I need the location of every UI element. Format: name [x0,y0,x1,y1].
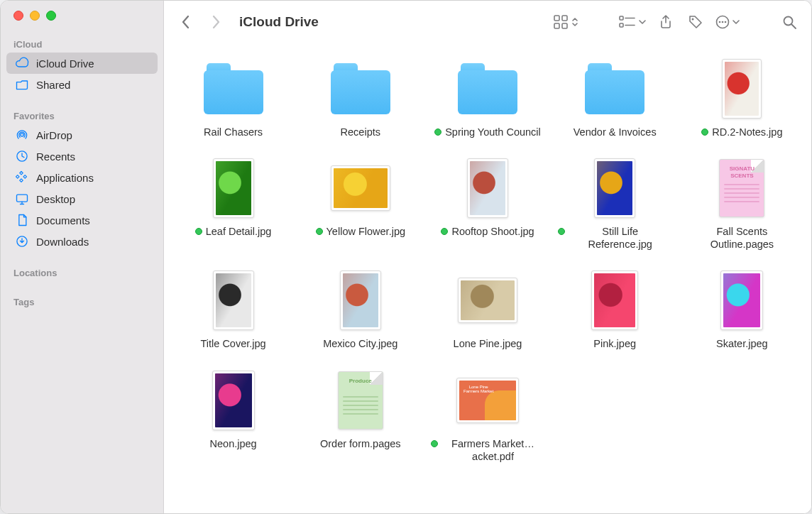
image-thumbnail [467,158,508,218]
pdf-thumbnail: Lone PineFarmers Market [456,378,519,423]
file-item[interactable]: Receipts [297,59,424,138]
sidebar-item-desktop[interactable]: Desktop [6,188,158,209]
file-item[interactable]: Neon.jpeg [170,371,297,463]
svg-point-15 [722,21,724,23]
search-button[interactable] [779,11,800,33]
location-title: iCloud Drive [239,14,319,30]
sidebar-item-label: Desktop [36,193,75,205]
sidebar-section-label: Favorites [1,106,163,124]
file-label: RD.2-Notes.jpg [701,126,782,138]
sidebar-item-label: Recents [36,151,75,163]
sidebar-item-label: Downloads [36,236,89,248]
tag-dot-green [431,440,438,447]
image-thumbnail [213,158,254,218]
file-item[interactable]: Rooftop Shoot.jpg [424,158,551,251]
file-item[interactable]: Spring Youth Council [424,59,551,138]
file-item[interactable]: Still Life Reference.jpg [552,158,679,251]
svg-point-14 [719,21,721,23]
file-label: Farmers Market…acket.pdf [431,437,544,463]
view-switcher[interactable] [553,14,580,30]
sidebar-section-label: Locations [1,263,163,281]
svg-point-16 [725,21,727,23]
image-thumbnail [458,278,517,323]
apps-icon [15,170,29,185]
file-label: Receipts [341,126,380,138]
chevron-down-icon [638,14,647,30]
file-item[interactable]: Mexico City.jpeg [297,270,424,350]
group-button[interactable] [618,14,647,30]
image-thumbnail [213,270,254,330]
sidebar-item-label: Documents [36,214,90,226]
sidebar-item-downloads[interactable]: Downloads [6,231,158,252]
sidebar-item-icloud-drive[interactable]: iCloud Drive [6,53,158,74]
file-item[interactable]: Yellow Flower.jpg [297,158,424,251]
file-item[interactable]: RD.2-Notes.jpg [679,59,806,138]
file-label: Pink.jpeg [593,337,636,350]
file-item[interactable]: Rail Chasers [170,59,297,138]
sidebar-item-documents[interactable]: Documents [6,209,158,231]
image-thumbnail [722,59,762,119]
file-item[interactable]: Skater.jpeg [679,270,806,350]
file-label: Rail Chasers [204,126,263,138]
svg-point-0 [21,133,23,136]
svg-rect-4 [554,16,559,21]
sidebar-item-label: Applications [36,172,94,184]
file-grid-area[interactable]: Rail ChasersReceiptsSpring Youth Council… [164,43,811,513]
file-item[interactable]: Lone Pine.jpeg [424,270,551,350]
file-label: Still Life Reference.jpg [558,225,671,251]
tag-dot-green [195,228,202,235]
file-item[interactable]: Pink.jpeg [552,270,679,350]
back-button[interactable] [175,11,197,33]
minimize-window-button[interactable] [30,11,40,21]
sidebar-item-label: AirDrop [36,129,72,141]
file-item[interactable]: Leaf Detail.jpg [170,158,297,251]
image-thumbnail [212,371,255,430]
finder-window: iCloudiCloud DriveSharedFavoritesAirDrop… [0,0,812,514]
folder-icon [585,63,644,114]
file-label: Yellow Flower.jpg [316,225,406,238]
file-item[interactable]: Vendor & Invoices [552,59,679,138]
forward-button[interactable] [205,11,226,33]
file-label: Leaf Detail.jpg [195,225,272,238]
close-window-button[interactable] [13,11,23,21]
file-label: Vendor & Invoices [574,126,657,138]
tag-dot-green [434,128,441,136]
sidebar-item-shared[interactable]: Shared [6,74,158,95]
more-button[interactable] [715,14,740,30]
sidebar-item-label: iCloud Drive [36,58,94,70]
svg-rect-5 [562,16,567,21]
sidebar: iCloudiCloud DriveSharedFavoritesAirDrop… [1,1,164,513]
tags-button[interactable] [685,11,706,33]
image-thumbnail [331,165,390,211]
airdrop-icon [15,128,29,142]
svg-line-18 [792,25,796,29]
folder-icon [204,63,263,114]
file-item[interactable]: Lone PineFarmers MarketFarmers Market…ac… [424,371,551,463]
download-icon [15,234,29,248]
svg-rect-9 [620,23,623,27]
svg-point-17 [784,17,793,26]
file-label: Order form.pages [320,437,401,450]
sidebar-section-label: iCloud [1,35,163,53]
folder-icon [458,63,517,114]
sidebar-item-airdrop[interactable]: AirDrop [6,124,158,146]
svg-rect-2 [17,195,28,202]
document-thumbnail: SIGNATUSCENTS [719,159,764,217]
sidebar-section-label: Tags [1,292,163,310]
sidebar-item-recents[interactable]: Recents [6,146,158,167]
file-label: Fall Scents Outline.pages [685,225,799,251]
sidebar-item-label: Shared [36,79,70,91]
image-thumbnail [594,158,635,218]
zoom-window-button[interactable] [46,11,56,21]
image-thumbnail [340,270,381,330]
tag-dot-green [558,228,565,235]
file-item[interactable]: Title Cover.jpg [170,270,297,350]
main-panel: iCloud Drive [164,1,811,513]
sidebar-item-applications[interactable]: Applications [6,167,158,188]
file-item[interactable]: ProduceOrder form.pages [297,371,424,463]
cloud-icon [15,56,29,70]
file-label: Rooftop Shoot.jpg [441,225,534,238]
file-label: Lone Pine.jpeg [454,337,522,350]
share-button[interactable] [655,11,676,33]
file-item[interactable]: SIGNATUSCENTSFall Scents Outline.pages [679,158,806,251]
